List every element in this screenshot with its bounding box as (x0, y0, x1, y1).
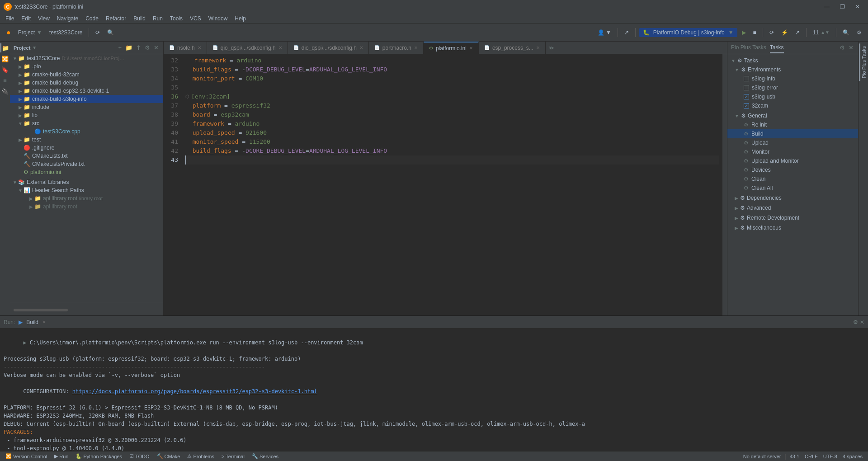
nsole-tab-close[interactable]: ✕ (198, 45, 201, 50)
debug-stop-btn[interactable]: ■ (750, 28, 759, 37)
esp-tab-close[interactable]: ✕ (536, 45, 540, 50)
search-icon-btn[interactable]: 🔍 (840, 28, 852, 37)
status-spaces[interactable]: 4 spaces (841, 454, 864, 459)
tab-portmacro[interactable]: 📄 portmacro.h ✕ (369, 42, 424, 54)
env-32cam-checkbox[interactable]: ✓ (744, 103, 749, 108)
env-32cam[interactable]: ✓ 32cam (727, 101, 858, 110)
sync-icon[interactable]: ⟳ (93, 28, 103, 37)
tree-header-search[interactable]: ▼ 📊 Header Search Paths (10, 186, 163, 194)
menu-run[interactable]: Run (149, 14, 166, 23)
debug-play-btn[interactable]: ▶ (739, 28, 749, 37)
profile-icon[interactable]: 👤 ▼ (595, 28, 614, 37)
tree-cmake-private[interactable]: ▶ 🔨 CMakeListsPrivate.txt (10, 160, 163, 168)
tree-pio[interactable]: ▶ 📁 .pio (10, 62, 163, 71)
tab-platformio-ini[interactable]: ⚙ platformio.ini ✕ (424, 42, 479, 54)
run-play-icon[interactable]: ▶ (19, 319, 23, 325)
right-panel-hide-icon[interactable]: ✕ (848, 43, 854, 52)
status-position[interactable]: 43:1 (788, 454, 801, 459)
tree-cmake-esp32[interactable]: ▶ 📁 cmake-build-esp32-s3-devkitc-1 (10, 87, 163, 95)
deps-header[interactable]: ▶ ⚙ Dependencies (727, 193, 858, 202)
menu-view[interactable]: View (34, 14, 53, 23)
toolbar-btn-7[interactable]: ↗ (793, 28, 802, 37)
task-reinit[interactable]: ⚙ Re init (727, 120, 858, 129)
status-vcs[interactable]: 🔀 Version Control (4, 453, 49, 459)
status-crlf[interactable]: CRLF (803, 454, 820, 459)
activity-bookmarks[interactable]: 🔖 (0, 65, 9, 74)
tree-src[interactable]: ▼ 📁 src (10, 119, 163, 127)
collapse-all-icon[interactable]: ⬆ (135, 43, 142, 52)
tree-lib[interactable]: ▶ 📁 lib (10, 111, 163, 119)
env-s3log-usb[interactable]: ✓ s3log-usb (727, 92, 858, 101)
portmacro-tab-close[interactable]: ✕ (414, 45, 418, 50)
tree-external-libs[interactable]: ▼ 📚 External Libraries (10, 178, 163, 186)
misc-header[interactable]: ▶ ⚙ Miscellaneous (727, 223, 858, 232)
status-services[interactable]: 🔧 Services (250, 453, 280, 459)
tab-nsole[interactable]: 📄 nsole.h ✕ (164, 42, 207, 54)
sidebar-hide-icon[interactable]: ✕ (153, 43, 160, 52)
env-s3log-error[interactable]: s3log-error (727, 83, 858, 92)
remote-header[interactable]: ▶ ⚙ Remote Development (727, 213, 858, 222)
new-folder-icon[interactable]: 📁 (124, 43, 133, 52)
tabs-overflow-btn[interactable]: ≫ (546, 45, 557, 51)
menu-refactor[interactable]: Refactor (102, 14, 130, 23)
tab-dio-qspi[interactable]: 📄 dio_qspi\...\sdkconfig.h ✕ (288, 42, 369, 54)
menu-code[interactable]: Code (82, 14, 102, 23)
new-file-icon[interactable]: + (117, 43, 123, 52)
debug-config-dropdown[interactable]: 🐛 PlatformIO Debug | s3log-info ▼ (639, 28, 737, 37)
search-toolbar-icon[interactable]: 🔍 (104, 28, 117, 37)
toolbar-btn-5[interactable]: ⟳ (767, 28, 777, 37)
tree-gitignore[interactable]: ▶ 🔴 .gitignore (10, 144, 163, 152)
env-s3log-info[interactable]: s3log-info (727, 74, 858, 83)
tree-testS3Core[interactable]: ▶ 🔵 testS3Core.cpp (10, 127, 163, 136)
activity-commits[interactable]: 🔀 (0, 54, 9, 63)
tree-include[interactable]: ▶ 📁 include (10, 103, 163, 111)
right-panel-settings-icon[interactable]: ⚙ (839, 43, 846, 52)
tab-esp-process[interactable]: 📄 esp_process_s... ✕ (479, 42, 546, 54)
dio-tab-close[interactable]: ✕ (359, 45, 363, 50)
tree-cmake-s3log[interactable]: ▶ 📁 cmake-build-s3log-info (10, 95, 163, 103)
tree-cmake-debug[interactable]: ▶ 📁 cmake-build-debug (10, 79, 163, 87)
envs-header[interactable]: ▼ ⚙ Environments (727, 65, 858, 74)
task-monitor[interactable]: ⚙ Monitor (727, 147, 858, 156)
editor-scrollbar[interactable] (722, 54, 727, 315)
sidebar-settings-icon[interactable]: ⚙ (144, 43, 151, 52)
tree-cmake-32cam[interactable]: ▶ 📁 cmake-build-32cam (10, 71, 163, 79)
tree-root[interactable]: ▼ 📁 test32S3Core D:\Users\immor\CLionPro… (10, 54, 163, 62)
close-button[interactable]: ✕ (851, 2, 864, 11)
general-header[interactable]: ▼ ⚙ General (727, 111, 858, 120)
menu-build[interactable]: Build (130, 14, 149, 23)
code-editor[interactable]: framework = arduino build_flags = -DCORE… (182, 54, 722, 315)
task-upload-monitor[interactable]: ⚙ Upload and Monitor (727, 156, 858, 165)
cursor-icon[interactable]: ↗ (622, 28, 632, 37)
run-hide-icon[interactable]: ✕ (860, 319, 864, 325)
status-terminal[interactable]: > Terminal (220, 454, 246, 459)
run-settings-icon[interactable]: ⚙ (853, 319, 858, 325)
tree-api-root-2[interactable]: ▶ 📁 api library root (10, 202, 163, 211)
tab-qio-qspi[interactable]: 📄 qio_qspi\...\sdkconfig.h ✕ (207, 42, 288, 54)
status-problems[interactable]: ⚠ Problems (185, 453, 216, 459)
menu-file[interactable]: File (2, 14, 18, 23)
tab-pio-plus[interactable]: Pio Plus Tasks (731, 42, 766, 53)
menu-help[interactable]: Help (231, 14, 250, 23)
platformio-ini-tab-close[interactable]: ✕ (469, 46, 473, 51)
menu-edit[interactable]: Edit (18, 14, 34, 23)
env-s3log-error-checkbox[interactable] (744, 85, 749, 90)
advanced-header[interactable]: ▶ ⚙ Advanced (727, 203, 858, 212)
menu-vcs[interactable]: VCS (186, 14, 205, 23)
menu-window[interactable]: Window (205, 14, 231, 23)
activity-project[interactable]: 📁 (0, 43, 9, 52)
tree-api-root-1[interactable]: ▶ 📁 api library root library root (10, 194, 163, 202)
tasks-root-header[interactable]: ▼ ⚙ Tasks (727, 56, 858, 65)
activity-structure[interactable]: ≡ (0, 76, 9, 85)
status-cmake[interactable]: 🔨 CMake (155, 453, 182, 459)
project-name[interactable]: test32S3Core (47, 28, 85, 37)
activity-plugins[interactable]: 🔌 (0, 87, 9, 96)
task-upload[interactable]: ⚙ Upload (727, 138, 858, 147)
build-close-btn[interactable]: ✕ (42, 320, 46, 325)
status-server[interactable]: No default server (741, 454, 783, 459)
env-s3log-usb-checkbox[interactable]: ✓ (744, 94, 749, 99)
settings-icon-btn[interactable]: ⚙ (854, 28, 864, 37)
tab-tasks[interactable]: Tasks (770, 42, 784, 53)
minimize-button[interactable]: — (820, 2, 834, 11)
toolbar-btn-6[interactable]: ⚡ (778, 28, 791, 37)
